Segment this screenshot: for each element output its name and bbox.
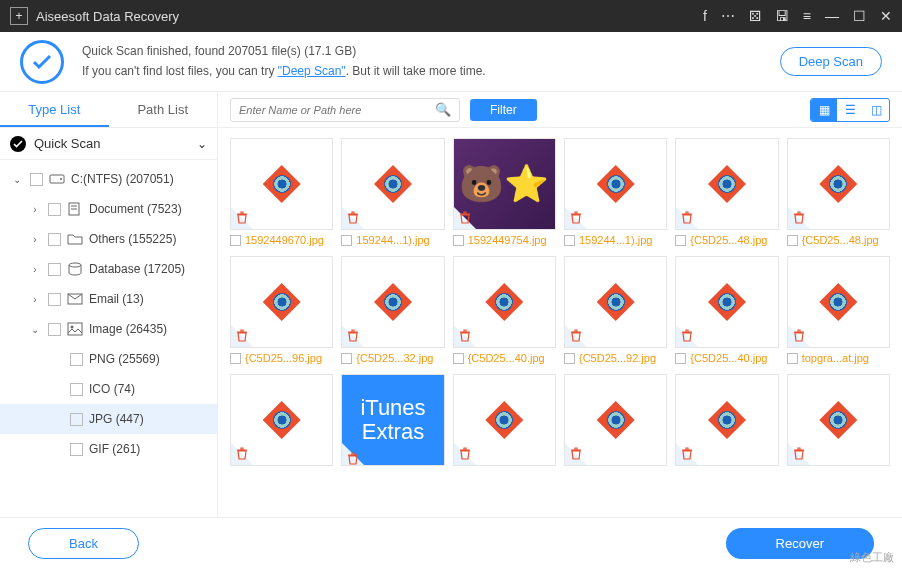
tree-image[interactable]: ⌄Image (26435) [0,314,217,344]
thumbnail-card[interactable] [675,374,778,466]
facebook-icon[interactable]: f [703,8,707,24]
checkbox[interactable] [30,173,43,186]
thumbnail-image[interactable] [787,138,890,230]
thumbnail-card[interactable]: 1592449670.jpg [230,138,333,246]
thumbnail-card[interactable]: {C5D25...48.jpg [787,138,890,246]
thumbnail-image[interactable] [787,374,890,466]
thumbnail-image[interactable] [564,256,667,348]
chevron-down-icon[interactable]: ⌄ [197,137,207,151]
search-input[interactable] [239,104,435,116]
thumbnail-card[interactable]: 159244...1).jpg [564,138,667,246]
checkbox[interactable] [48,263,61,276]
thumbnail-image[interactable] [230,138,333,230]
thumbnail-image[interactable] [341,138,444,230]
save-icon[interactable]: 🖫 [775,8,789,24]
trash-icon [235,211,249,225]
close-icon[interactable]: ✕ [880,8,892,24]
checkbox[interactable] [48,233,61,246]
tree-database[interactable]: ›Database (17205) [0,254,217,284]
thumbnail-card[interactable] [787,374,890,466]
email-icon [67,292,83,306]
preview-icon [263,165,301,203]
thumbnail-card[interactable]: {C5D25...40.jpg [675,256,778,364]
thumbnail-card[interactable]: {C5D25...96.jpg [230,256,333,364]
tree-others[interactable]: ›Others (155225) [0,224,217,254]
thumbnail-label-row: {C5D25...40.jpg [675,352,778,364]
checkbox[interactable] [564,353,575,364]
thumbnail-image[interactable] [675,374,778,466]
filter-button[interactable]: Filter [470,99,537,121]
checkbox[interactable] [564,235,575,246]
checkbox[interactable] [675,235,686,246]
maximize-icon[interactable]: ☐ [853,8,866,24]
quick-scan-row[interactable]: Quick Scan ⌄ [0,128,217,160]
thumbnail-image[interactable] [341,256,444,348]
checkbox[interactable] [787,235,798,246]
tree-gif[interactable]: GIF (261) [0,434,217,464]
thumbnail-image[interactable] [453,138,556,230]
feedback-icon[interactable]: ⋯ [721,8,735,24]
thumbnail-card[interactable]: 1592449754.jpg [453,138,556,246]
tree-ico[interactable]: ICO (74) [0,374,217,404]
checkbox[interactable] [70,353,83,366]
checkbox[interactable] [70,413,83,426]
checkbox[interactable] [341,235,352,246]
checkbox[interactable] [453,353,464,364]
view-list-icon[interactable]: ☰ [837,99,863,121]
checkbox[interactable] [453,235,464,246]
thumbnail-card[interactable]: {C5D25...48.jpg [675,138,778,246]
minimize-icon[interactable]: — [825,8,839,24]
tree-email[interactable]: ›Email (13) [0,284,217,314]
thumbnail-card[interactable] [230,374,333,466]
thumbnail-image[interactable]: iTunes Extras [341,374,444,466]
tree-png[interactable]: PNG (25569) [0,344,217,374]
thumbnail-label-row: {C5D25...40.jpg [453,352,556,364]
deep-scan-link[interactable]: "Deep Scan" [278,64,346,78]
thumbnail-image[interactable] [787,256,890,348]
view-grid-icon[interactable]: ▦ [811,99,837,121]
thumbnail-card[interactable]: topgra...at.jpg [787,256,890,364]
thumbnail-card[interactable] [564,374,667,466]
checkbox[interactable] [48,203,61,216]
search-icon[interactable]: 🔍 [435,102,451,117]
preview-icon [819,165,857,203]
thumbnail-card[interactable]: {C5D25...40.jpg [453,256,556,364]
checkbox[interactable] [787,353,798,364]
checkbox[interactable] [70,383,83,396]
tree-document[interactable]: ›Document (7523) [0,194,217,224]
thumbnail-image[interactable] [230,374,333,466]
thumbnail-card[interactable]: {C5D25...92.jpg [564,256,667,364]
scan-summary: Quick Scan finished, found 207051 file(s… [82,42,780,80]
thumbnail-image[interactable] [564,374,667,466]
back-button[interactable]: Back [28,528,139,559]
tree-drive[interactable]: ⌄C:(NTFS) (207051) [0,164,217,194]
view-detail-icon[interactable]: ◫ [863,99,889,121]
thumbnail-card[interactable]: iTunes Extras [341,374,444,466]
thumbnail-image[interactable] [230,256,333,348]
checkbox[interactable] [230,353,241,364]
checkbox[interactable] [341,353,352,364]
checkbox[interactable] [70,443,83,456]
checkbox[interactable] [48,323,61,336]
checkbox[interactable] [675,353,686,364]
thumbnail-image[interactable] [453,374,556,466]
menu-icon[interactable]: ≡ [803,8,811,24]
thumbnail-image[interactable] [675,138,778,230]
checkbox[interactable] [48,293,61,306]
tree-jpg[interactable]: JPG (447) [0,404,217,434]
checkbox[interactable] [230,235,241,246]
thumbnail-image[interactable] [564,138,667,230]
thumbnail-card[interactable] [453,374,556,466]
tab-type-list[interactable]: Type List [0,92,109,127]
search-box[interactable]: 🔍 [230,98,460,122]
thumbnail-image[interactable] [675,256,778,348]
deep-scan-button[interactable]: Deep Scan [780,47,882,76]
tab-path-list[interactable]: Path List [109,92,218,127]
image-icon [67,322,83,336]
thumbnail-image[interactable] [453,256,556,348]
thumbnail-card[interactable]: {C5D25...32.jpg [341,256,444,364]
gift-icon[interactable]: ⚄ [749,8,761,24]
database-icon [67,262,83,276]
thumbnail-card[interactable]: 159244...1).jpg [341,138,444,246]
total-size: 17.1 GB [308,44,352,58]
